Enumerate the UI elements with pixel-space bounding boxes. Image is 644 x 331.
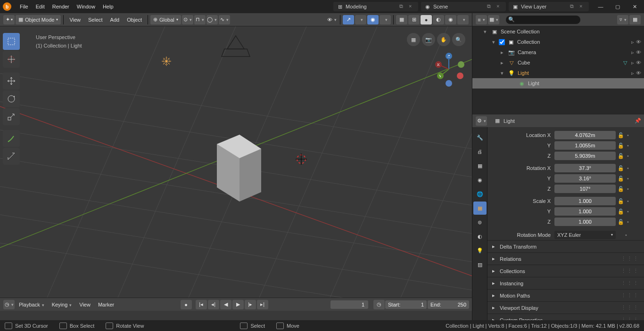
jump-start[interactable]: |◂ [196,300,207,309]
zoom-button[interactable]: 🔍 [452,33,465,46]
lock-icon[interactable]: 🔓 [618,143,625,149]
keyframe-dot[interactable]: • [627,219,631,225]
chevron-down-icon[interactable]: ▾ [492,39,499,45]
gizmo-options[interactable] [355,15,366,24]
outliner-display-mode[interactable]: ≡ [476,15,487,24]
chevron-right-icon[interactable]: ▸ [501,49,507,56]
keyframe-dot[interactable]: • [627,153,631,159]
keyframe-dot[interactable]: • [627,186,631,192]
autokey-toggle[interactable]: ● [181,300,192,309]
shading-solid[interactable]: ● [421,15,432,24]
duplicate-icon[interactable]: ⧉ [399,3,406,10]
panel-viewport-display[interactable]: ▸Viewport Display⋮⋮⋮ [487,301,644,314]
shading-options[interactable] [457,15,469,24]
rotation-z-input[interactable]: 107° [554,185,616,193]
lock-icon[interactable]: 🔓 [618,153,625,159]
lock-icon[interactable]: 🔓 [618,186,625,192]
lock-icon[interactable]: 🔓 [618,132,625,138]
duplicate-icon[interactable]: ⧉ [487,3,494,10]
lock-icon[interactable]: 🔓 [618,209,625,215]
tool-measure[interactable] [3,148,20,165]
timeline-marker[interactable]: Marker [94,300,118,309]
window-maximize[interactable]: ▢ [611,2,624,11]
keyframe-dot[interactable]: • [627,143,631,148]
selectable-icon[interactable]: ▹ [631,60,634,66]
location-z-input[interactable]: 5.9039m [554,152,616,160]
play[interactable]: ▶ [232,300,244,309]
panel-relations[interactable]: ▸Relations⋮⋮⋮ [487,252,644,265]
close-icon[interactable]: × [409,3,415,10]
mode-selector[interactable]: ▦ Object Mode ▾ [16,15,61,24]
panel-custom-properties[interactable]: ▸Custom Properties⋮⋮⋮ [487,314,644,320]
properties-editor-selector[interactable]: ⚙ [476,116,487,126]
location-y-input[interactable]: 1.0055m [554,141,616,150]
scale-y-input[interactable]: 1.000 [554,207,616,216]
rotation-y-input[interactable]: 3.16° [554,174,616,183]
tab-render[interactable]: 🔧 [473,131,487,144]
gizmo-toggle[interactable]: ↗ [343,15,354,24]
keyframe-dot[interactable]: • [627,209,631,214]
snap-toggle[interactable]: ⊓ [194,15,206,24]
cube-object[interactable] [217,135,261,202]
lock-icon[interactable]: 🔓 [618,219,625,225]
pivot-selector[interactable]: ⊙ [182,15,193,24]
location-x-input[interactable]: 4.0762m [554,131,616,139]
close-icon[interactable]: × [496,3,503,10]
menu-help[interactable]: Help [99,2,117,11]
tab-world[interactable]: 🌐 [473,187,487,201]
tool-rotate[interactable] [3,90,20,107]
end-frame[interactable]: End:250 [428,300,469,309]
tab-scene[interactable]: ◉ [473,173,487,186]
preview-range-toggle[interactable]: ◷ [373,300,385,309]
3d-viewport[interactable]: User Perspective (1) Collection | Light … [0,26,472,298]
panel-delta-transform[interactable]: ▸Delta Transform [487,240,644,252]
jump-next-key[interactable]: |▸ [245,300,256,309]
viewport-menu-object[interactable]: Object [123,15,146,24]
tool-cursor[interactable] [3,51,20,68]
outliner-scene-collection[interactable]: ▾ ▣ Scene Collection [472,26,644,37]
axis-navigation-gizmo[interactable]: Z X Y [432,53,465,86]
viewport-canvas[interactable] [0,26,472,298]
tool-select-box[interactable] [3,33,20,50]
proportional-edit-toggle[interactable]: ◯ [206,15,218,24]
chevron-down-icon[interactable]: ▾ [501,70,507,76]
tab-data[interactable]: 💡 [473,244,487,257]
chevron-down-icon[interactable]: ▾ [484,29,490,35]
lock-icon[interactable]: 🔓 [618,165,625,171]
play-reverse[interactable]: ◀ [220,300,231,309]
menu-render[interactable]: Render [49,2,73,11]
tab-object[interactable]: ▦ [473,202,487,215]
lock-icon[interactable]: 🔓 [618,176,625,182]
xray-toggle[interactable]: ▦ [396,15,407,24]
camera-icon-button[interactable]: 📷 [422,33,435,46]
outliner-light[interactable]: ▾ 💡 Light ▹👁 [472,68,644,78]
panel-motion-paths[interactable]: ▸Motion Paths⋮⋮⋮ [487,289,644,301]
tab-output[interactable]: 🖨 [473,145,487,158]
outliner-collection[interactable]: ▾ ▣ Collection ▹👁 [472,37,644,47]
overlay-options[interactable] [380,15,391,24]
tool-move[interactable] [3,73,20,89]
selectable-icon[interactable]: ▹ [631,39,634,45]
close-icon[interactable]: × [579,3,586,10]
orientation-selector[interactable]: ⊕ Global ▾ [150,15,181,24]
keyframe-dot[interactable]: • [627,176,631,181]
outliner-cube[interactable]: ▸ ▽ Cube ▽ ▹👁 [472,57,644,68]
chevron-right-icon[interactable]: ▸ [501,60,507,66]
workspace-tab[interactable]: ⊞ Modeling ⧉ × [333,2,418,11]
tool-scale[interactable] [3,108,20,125]
keyframe-dot[interactable]: • [627,165,631,171]
panel-collections[interactable]: ▸Collections⋮⋮⋮ [487,265,644,277]
tab-physics[interactable]: ◐ [473,230,487,243]
duplicate-icon[interactable]: ⧉ [570,3,577,10]
jump-prev-key[interactable]: ◂| [208,300,219,309]
scale-z-input[interactable]: 1.000 [554,218,616,226]
jump-end[interactable]: ▸| [257,300,268,309]
outliner-filter[interactable]: ▿ [617,15,628,24]
window-minimize[interactable]: — [594,2,607,11]
overlays-toggle[interactable]: ◉ [367,15,379,24]
shading-rendered[interactable]: ◉ [445,15,456,24]
camera-view-button[interactable]: ▦ [407,33,420,46]
tab-viewlayer[interactable]: ▦ [473,159,487,172]
selectable-icon[interactable]: ▹ [631,49,634,56]
light-object[interactable] [162,57,171,66]
